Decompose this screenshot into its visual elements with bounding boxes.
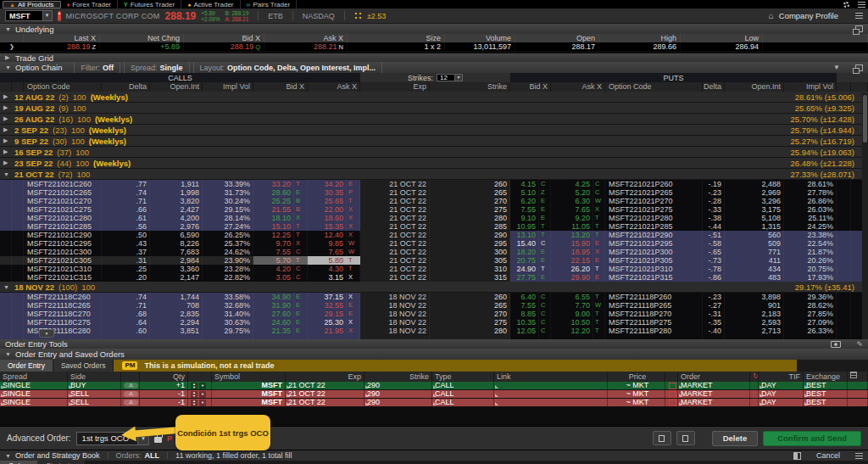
detach-icon[interactable] xyxy=(855,64,863,71)
put-ask[interactable]: 7.70 xyxy=(551,301,593,310)
nav-futures-trader[interactable]: YFutures Trader xyxy=(118,0,181,8)
probability-icon[interactable] xyxy=(354,12,362,20)
call-bid[interactable]: 21.35 xyxy=(253,327,294,335)
price-cell[interactable]: ~ MKT xyxy=(608,399,665,406)
call-ask[interactable]: 4.30 xyxy=(308,265,347,273)
chain-col-header[interactable]: Delta xyxy=(703,82,725,92)
call-ask[interactable]: 30.35 xyxy=(308,188,347,197)
tif-cell[interactable]: DAY xyxy=(759,382,804,389)
put-bid[interactable]: 7.55 xyxy=(510,301,539,310)
chain-col-header[interactable]: Bid X xyxy=(253,82,308,92)
exchange-cell[interactable]: BEST xyxy=(804,390,848,398)
put-bid[interactable]: 12.05 xyxy=(510,327,539,335)
call-ask[interactable]: 15.35 xyxy=(308,222,347,231)
snapshot-icon[interactable] xyxy=(831,341,841,348)
stepper-dropdown-icon[interactable]: ▼ xyxy=(199,400,206,406)
put-bid[interactable]: 13.10 xyxy=(510,231,539,239)
call-bid[interactable]: 15.10 xyxy=(253,222,294,231)
chain-col-header[interactable]: Exp xyxy=(360,82,430,92)
call-bid[interactable]: 4.20 xyxy=(253,265,294,273)
split-view-icon[interactable] xyxy=(793,452,801,460)
bottom-tab-strategies[interactable]: Strategies xyxy=(37,461,85,464)
put-ask[interactable]: 18.95 xyxy=(551,248,593,256)
layout-control[interactable]: Layout:Option Code, Delta, Open Interest… xyxy=(193,62,383,73)
call-bid[interactable]: 21.55 xyxy=(253,205,294,214)
put-ask[interactable]: 29.90 xyxy=(551,273,593,282)
spread-cell[interactable]: SINGLE xyxy=(0,399,68,406)
chain-scrollbar[interactable] xyxy=(862,93,868,339)
spread-control[interactable]: Spread:Single xyxy=(124,62,190,73)
exp-cell[interactable]: 21 OCT 22 xyxy=(286,382,364,389)
tif-cell[interactable]: DAY xyxy=(759,390,804,398)
call-ask[interactable]: 12.40 xyxy=(308,231,347,239)
pencil-icon[interactable]: ✎ xyxy=(856,340,863,349)
stepper-dropdown-icon[interactable]: ▼ xyxy=(199,383,206,389)
confirm-and-send-button[interactable]: Confirm and Send xyxy=(763,431,861,446)
nav-forex-trader[interactable]: ♦Forex Trader xyxy=(61,0,118,8)
call-ask[interactable]: 37.15 xyxy=(308,293,347,301)
spread-cell[interactable]: SINGLE xyxy=(0,382,68,389)
put-ask[interactable]: 11.05 xyxy=(551,222,593,231)
stepper-icon[interactable]: ▲▼ xyxy=(191,391,198,398)
chain-col-header[interactable]: Option Code xyxy=(24,82,102,92)
symbol-select[interactable]: MSFT ▼ xyxy=(5,10,53,21)
tif-cell[interactable]: DAY xyxy=(759,399,804,406)
expiry-row-16-sep-22[interactable]: ▶16 SEP 22(37)10025.94% (±19.063) xyxy=(0,147,868,158)
chain-col-header[interactable]: Bid X xyxy=(510,82,551,92)
call-ask[interactable]: 9.85 xyxy=(308,239,347,248)
menu-icon[interactable] xyxy=(855,13,863,19)
put-bid[interactable]: 5.10 xyxy=(510,188,539,197)
splitter-handle[interactable]: ▼ xyxy=(39,329,54,338)
call-bid[interactable] xyxy=(253,335,294,339)
link-cell[interactable] xyxy=(494,382,608,389)
expiry-row-2-sep-22[interactable]: ▶2 SEP 22(23)100(Weeklys)25.79% (±14.944… xyxy=(0,125,868,136)
stop-cell[interactable] xyxy=(665,399,678,406)
call-ask[interactable]: 7.65 xyxy=(308,248,347,256)
put-ask[interactable]: 6.30 xyxy=(551,197,593,205)
call-bid[interactable]: 24.60 xyxy=(253,318,294,327)
expiry-row-21-oct-22[interactable]: ▼21 OCT 22(72)10027.33% (±28.071) xyxy=(0,169,868,180)
call-ask[interactable]: 29.15 xyxy=(308,310,347,318)
qty-stepper[interactable]: ▲▼▼ xyxy=(188,399,212,406)
put-ask[interactable]: 22.15 xyxy=(551,256,593,265)
strikes-select[interactable]: 12 ▼ xyxy=(437,74,463,81)
strike-cell[interactable]: 290 xyxy=(364,382,432,389)
call-bid[interactable]: 12.25 xyxy=(253,231,294,239)
stepper-dropdown-icon[interactable]: ▼ xyxy=(199,391,206,398)
orders-filter-value[interactable]: ALL xyxy=(145,451,160,460)
order-type-cell[interactable]: MARKET xyxy=(678,399,750,406)
call-ask[interactable]: 21.95 xyxy=(308,327,347,335)
call-ask[interactable]: 32.55 xyxy=(308,301,347,310)
stepper-icon[interactable]: ▲▼ xyxy=(191,383,198,389)
tab-saved-orders[interactable]: Saved Orders xyxy=(53,360,114,372)
put-ask[interactable]: 12.20 xyxy=(551,327,593,335)
put-bid[interactable]: 10.35 xyxy=(510,318,539,327)
stepper-icon[interactable]: ▲▼ xyxy=(191,400,198,406)
trade-grid-header[interactable]: ▶ Trade Grid xyxy=(0,53,868,62)
company-profile-button[interactable]: Company Profile xyxy=(779,11,838,20)
chain-col-header[interactable] xyxy=(12,82,24,92)
put-ask[interactable]: 7.65 xyxy=(551,205,593,214)
underlying-header[interactable]: ▼ Underlying xyxy=(0,24,868,34)
put-bid[interactable]: 7.55 xyxy=(510,205,539,214)
call-ask[interactable]: 3.15 xyxy=(308,273,347,282)
chain-col-header[interactable] xyxy=(851,82,868,92)
call-ask[interactable]: 25.30 xyxy=(308,318,347,327)
put-ask[interactable]: 13.20 xyxy=(551,231,593,239)
expand-arrow-icon[interactable]: ❯ xyxy=(0,42,24,51)
detach-icon[interactable] xyxy=(855,25,863,32)
put-ask[interactable]: 4.25 xyxy=(551,180,593,188)
type-cell[interactable]: CALL xyxy=(432,390,494,398)
nav-pairs-trader[interactable]: ∞Pairs Trader xyxy=(241,0,298,8)
put-ask[interactable]: 15.90 xyxy=(551,239,593,248)
chevron-down-icon[interactable]: ▼ xyxy=(5,453,12,459)
type-cell[interactable]: CALL xyxy=(432,382,494,389)
call-ask[interactable]: 22.00 xyxy=(308,205,347,214)
order-type-cell[interactable]: MARKET xyxy=(678,390,750,398)
nav-active-trader[interactable]: ●Active Trader xyxy=(181,0,240,8)
chain-col-header[interactable]: Delta xyxy=(102,82,150,92)
expiry-row-12-aug-22[interactable]: ▶12 AUG 22(2)100(Weeklys)28.61% (±5.006) xyxy=(0,92,868,103)
call-bid[interactable]: 25.25 xyxy=(253,197,294,205)
strike-cell[interactable]: 290 xyxy=(364,390,432,398)
put-bid[interactable]: 18.20 xyxy=(510,248,539,256)
